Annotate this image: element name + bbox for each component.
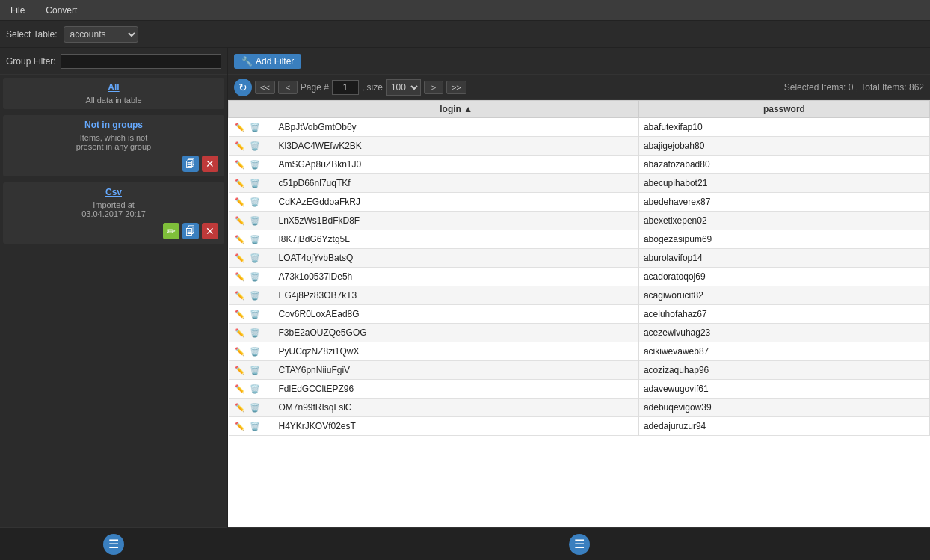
row-delete-button[interactable]: 🗑️ bbox=[248, 345, 262, 358]
row-edit-button[interactable]: ✏️ bbox=[233, 307, 247, 321]
row-edit-button[interactable]: ✏️ bbox=[233, 233, 247, 246]
right-toolbar: 🔧 Add Filter bbox=[228, 48, 930, 75]
col-login-header[interactable]: login ▲ bbox=[274, 101, 638, 118]
cell-password: aceluhofahaz67 bbox=[638, 305, 929, 324]
data-table: login ▲ password ✏️ 🗑️ ABpJtVobGmtOb6yab… bbox=[228, 100, 930, 436]
row-delete-button[interactable]: 🗑️ bbox=[248, 363, 262, 377]
group-csv-delete-button[interactable]: ✕ bbox=[202, 223, 218, 239]
row-edit-button[interactable]: ✏️ bbox=[233, 176, 247, 190]
right-list-icon[interactable]: ☰ bbox=[569, 534, 590, 555]
cell-login: LnX5zWs1BdFkD8F bbox=[274, 212, 638, 230]
cell-login: A73k1o0537iDe5h bbox=[274, 268, 638, 286]
row-delete-button[interactable]: 🗑️ bbox=[248, 251, 262, 265]
group-item-not-in-groups[interactable]: Not in groups Items, which is notpresent… bbox=[3, 115, 224, 176]
row-edit-button[interactable]: ✏️ bbox=[233, 139, 247, 153]
row-actions: ✏️ 🗑️ bbox=[233, 307, 269, 321]
next-page-button[interactable]: > bbox=[424, 81, 443, 94]
row-delete-button[interactable]: 🗑️ bbox=[248, 139, 262, 153]
select-table-label: Select Table: bbox=[6, 29, 58, 40]
cell-login: LOAT4ojYvbBatsQ bbox=[274, 249, 638, 268]
row-edit-button[interactable]: ✏️ bbox=[233, 158, 247, 171]
cell-login: CdKAzEGddoaFkRJ bbox=[274, 193, 638, 212]
first-page-button[interactable]: << bbox=[255, 81, 275, 94]
row-delete-button[interactable]: 🗑️ bbox=[248, 120, 262, 134]
group-all-desc: All data in table bbox=[9, 96, 218, 105]
group-csv-edit-button[interactable]: ✏ bbox=[163, 223, 179, 239]
row-edit-button[interactable]: ✏️ bbox=[233, 270, 247, 283]
login-sort-icon: ▲ bbox=[464, 104, 472, 114]
row-actions: ✏️ 🗑️ bbox=[233, 176, 269, 190]
selected-items-label: Selected Items: bbox=[784, 82, 849, 93]
cell-password: aburolavifop14 bbox=[638, 249, 929, 268]
row-actions: ✏️ 🗑️ bbox=[233, 120, 269, 134]
row-delete-button[interactable]: 🗑️ bbox=[248, 289, 262, 302]
row-edit-button[interactable]: ✏️ bbox=[233, 326, 247, 339]
table-row: ✏️ 🗑️ LnX5zWs1BdFkD8Fabexetixepen02 bbox=[229, 212, 930, 230]
last-page-button[interactable]: >> bbox=[446, 81, 466, 94]
row-delete-button[interactable]: 🗑️ bbox=[248, 270, 262, 283]
add-filter-label: Add Filter bbox=[256, 56, 294, 67]
row-edit-button[interactable]: ✏️ bbox=[233, 382, 247, 396]
table-row: ✏️ 🗑️ LOAT4ojYvbBatsQaburolavifop14 bbox=[229, 249, 930, 268]
page-number-input[interactable] bbox=[332, 80, 359, 95]
row-delete-button[interactable]: 🗑️ bbox=[248, 214, 262, 227]
row-actions: ✏️ 🗑️ bbox=[233, 158, 269, 171]
row-edit-button[interactable]: ✏️ bbox=[233, 419, 247, 433]
row-actions: ✏️ 🗑️ bbox=[233, 363, 269, 377]
col-password-header[interactable]: password bbox=[638, 101, 929, 118]
add-filter-button[interactable]: 🔧 Add Filter bbox=[234, 54, 301, 69]
left-bottom-bar: ☰ bbox=[0, 527, 227, 560]
row-edit-button[interactable]: ✏️ bbox=[233, 195, 247, 209]
cell-login: AmSGAp8uZBkn1J0 bbox=[274, 156, 638, 174]
row-edit-button[interactable]: ✏️ bbox=[233, 363, 247, 377]
row-delete-button[interactable]: 🗑️ bbox=[248, 195, 262, 209]
selected-items-value: 0 bbox=[849, 82, 854, 93]
group-filter-input[interactable] bbox=[61, 54, 221, 69]
group-not-in-groups-delete-button[interactable]: ✕ bbox=[202, 156, 218, 172]
cell-password: abajigejobah80 bbox=[638, 137, 929, 156]
row-edit-button[interactable]: ✏️ bbox=[233, 345, 247, 358]
table-row: ✏️ 🗑️ CdKAzEGddoaFkRJabedehaverex87 bbox=[229, 193, 930, 212]
cell-password: abogezasipum69 bbox=[638, 230, 929, 249]
row-delete-button[interactable]: 🗑️ bbox=[248, 176, 262, 190]
row-delete-button[interactable]: 🗑️ bbox=[248, 158, 262, 171]
row-delete-button[interactable]: 🗑️ bbox=[248, 401, 262, 414]
group-not-in-groups-copy-button[interactable]: 🗐 bbox=[182, 156, 199, 172]
menu-file[interactable]: File bbox=[6, 2, 29, 19]
row-delete-button[interactable]: 🗑️ bbox=[248, 233, 262, 246]
table-select[interactable]: accounts bbox=[64, 26, 138, 43]
row-actions: ✏️ 🗑️ bbox=[233, 289, 269, 302]
row-edit-button[interactable]: ✏️ bbox=[233, 401, 247, 414]
group-csv-desc: Imported at03.04.2017 20:17 bbox=[9, 200, 218, 218]
left-list-icon[interactable]: ☰ bbox=[103, 534, 124, 555]
size-label: , size bbox=[362, 82, 383, 93]
page-size-select[interactable]: 100 10 25 50 250 500 bbox=[386, 79, 421, 96]
row-edit-button[interactable]: ✏️ bbox=[233, 120, 247, 134]
row-delete-button[interactable]: 🗑️ bbox=[248, 326, 262, 339]
group-item-all[interactable]: All All data in table bbox=[3, 78, 224, 109]
row-edit-button[interactable]: ✏️ bbox=[233, 214, 247, 227]
row-edit-button[interactable]: ✏️ bbox=[233, 289, 247, 302]
cell-login: ABpJtVobGmtOb6y bbox=[274, 118, 638, 137]
cell-password: adedajuruzur94 bbox=[638, 417, 929, 436]
cell-password: acadoratoqoj69 bbox=[638, 268, 929, 286]
cell-password: abedehaverex87 bbox=[638, 193, 929, 212]
cell-password: abecupihabot21 bbox=[638, 174, 929, 193]
cell-login: EG4j8Pz83OB7kT3 bbox=[274, 286, 638, 305]
cell-login: FdlEdGCCltEPZ96 bbox=[274, 380, 638, 399]
cell-password: adavewugovif61 bbox=[638, 380, 929, 399]
row-delete-button[interactable]: 🗑️ bbox=[248, 382, 262, 396]
refresh-button[interactable]: ↻ bbox=[234, 79, 252, 96]
row-edit-button[interactable]: ✏️ bbox=[233, 251, 247, 265]
cell-password: abafutexifap10 bbox=[638, 118, 929, 137]
row-delete-button[interactable]: 🗑️ bbox=[248, 307, 262, 321]
prev-page-button[interactable]: < bbox=[278, 81, 298, 94]
group-item-csv[interactable]: Csv Imported at03.04.2017 20:17 ✏ 🗐 ✕ bbox=[3, 182, 224, 244]
group-csv-copy-button[interactable]: 🗐 bbox=[182, 223, 199, 239]
menu-convert[interactable]: Convert bbox=[41, 2, 81, 19]
table-row: ✏️ 🗑️ AmSGAp8uZBkn1J0abazafozabad80 bbox=[229, 156, 930, 174]
pagination-bar: ↻ << < Page # , size 100 10 25 50 250 50… bbox=[228, 75, 930, 100]
row-delete-button[interactable]: 🗑️ bbox=[248, 419, 262, 433]
table-row: ✏️ 🗑️ ABpJtVobGmtOb6yabafutexifap10 bbox=[229, 118, 930, 137]
right-bottom-bar: ☰ bbox=[228, 527, 930, 560]
